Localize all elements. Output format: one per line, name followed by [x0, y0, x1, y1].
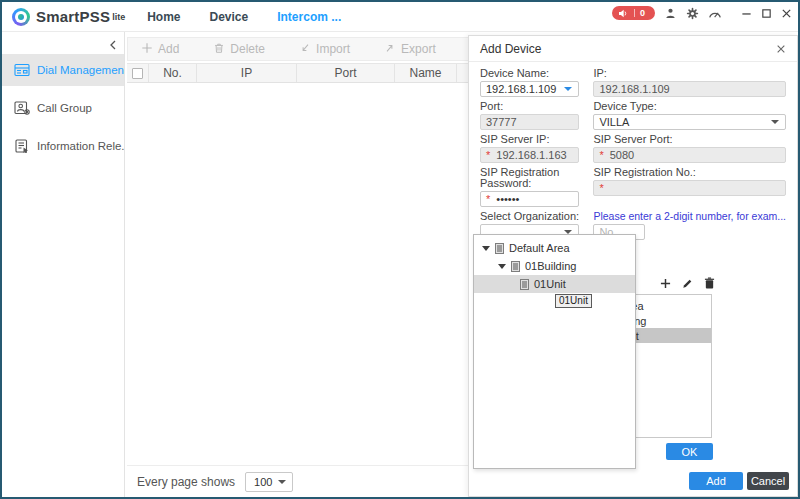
add-organization-icon[interactable]	[660, 275, 671, 293]
import-icon	[299, 42, 311, 57]
delete-button-label: Delete	[230, 42, 265, 56]
short-number-hint: Please enter a 2-digit number, for exam.…	[593, 211, 786, 222]
required-marker: *	[486, 193, 490, 205]
delete-button[interactable]: Delete	[213, 42, 265, 57]
device-form: Device Name: 192.168.1.109 IP: 192.168.1…	[469, 62, 797, 240]
column-no: No.	[149, 64, 197, 82]
badge-divider	[634, 9, 635, 17]
port-value: 37777	[486, 116, 517, 128]
gauge-icon[interactable]	[708, 8, 722, 19]
add-button[interactable]: Add	[141, 42, 179, 57]
close-window-icon[interactable]	[781, 8, 792, 19]
tab-home[interactable]: Home	[147, 10, 180, 24]
sidebar-item-call-group[interactable]: Call Group	[2, 92, 124, 124]
device-name-value: 192.168.1.109	[486, 83, 556, 95]
column-name: Name	[395, 64, 457, 82]
delete-organization-icon[interactable]	[704, 275, 715, 293]
sidebar-item-label: Dial Management	[37, 64, 124, 76]
page-size-select[interactable]: 100	[245, 472, 293, 492]
page-size-label: Every page shows	[137, 475, 235, 489]
device-type-combo[interactable]: VILLA	[593, 114, 786, 130]
export-button[interactable]: Export	[384, 42, 436, 57]
chevron-down-icon	[564, 87, 572, 91]
organization-actions	[660, 275, 715, 293]
port-field: Port: 37777	[480, 97, 579, 130]
dropdown-item-label: Default Area	[509, 242, 570, 254]
alarm-badge[interactable]: 0	[612, 6, 655, 20]
brand-edition: lite	[112, 12, 125, 22]
sidebar-item-dial-management[interactable]: Dial Management	[2, 54, 124, 86]
export-icon	[384, 42, 396, 57]
sidebar: Dial Management Call Group Information R…	[2, 32, 125, 497]
minimize-icon[interactable]	[741, 8, 752, 19]
sip-reg-no-field: SIP Registration No.: *	[593, 163, 786, 207]
add-device-panel: Add Device Device Name: 192.168.1.109 IP…	[468, 35, 798, 497]
required-marker: *	[486, 149, 490, 161]
port-input: 37777	[480, 114, 579, 130]
import-button[interactable]: Import	[299, 42, 350, 57]
sip-reg-password-field: SIP Registration Password: * ••••••	[480, 163, 579, 207]
alarm-count: 0	[640, 8, 645, 18]
required-marker: *	[599, 149, 603, 161]
tab-intercom[interactable]: Intercom ...	[277, 10, 341, 24]
sidebar-collapse-icon[interactable]	[109, 36, 117, 54]
expand-arrow-icon[interactable]	[498, 264, 506, 269]
sip-reg-password-value: ••••••	[496, 193, 519, 205]
call-group-icon	[14, 101, 30, 115]
panel-header: Add Device	[469, 36, 797, 62]
column-port: Port	[297, 64, 395, 82]
cancel-button[interactable]: Cancel	[747, 472, 789, 490]
ip-field: IP: 192.168.1.109	[593, 64, 786, 97]
chevron-down-icon	[771, 120, 779, 124]
titlebar: SmartPSS lite Home Device Intercom ... 0	[2, 2, 798, 32]
sip-server-port-label: SIP Server Port:	[593, 134, 786, 145]
sip-server-port-input: * 5080	[593, 147, 786, 163]
chevron-down-icon	[278, 480, 286, 484]
sip-server-port-value: 5080	[610, 149, 634, 161]
device-name-field: Device Name: 192.168.1.109	[480, 64, 579, 97]
device-type-label: Device Type:	[593, 101, 786, 112]
tab-device[interactable]: Device	[210, 10, 249, 24]
app-window: SmartPSS lite Home Device Intercom ... 0	[0, 0, 800, 499]
sip-reg-no-input: *	[593, 180, 786, 196]
maximize-icon[interactable]	[761, 8, 772, 19]
select-organization-label: Select Organization:	[480, 211, 579, 222]
gear-icon[interactable]	[686, 7, 699, 20]
import-button-label: Import	[316, 42, 350, 56]
device-name-combo[interactable]: 192.168.1.109	[480, 81, 579, 97]
sip-reg-password-input[interactable]: * ••••••	[480, 191, 579, 207]
ip-input: 192.168.1.109	[593, 81, 786, 97]
dropdown-item-01building[interactable]: 01Building	[474, 257, 635, 275]
add-device-confirm-button[interactable]: Add	[689, 472, 743, 490]
organization-dropdown: Default Area 01Building 01Unit	[473, 234, 636, 469]
close-panel-icon[interactable]	[776, 44, 786, 54]
ip-label: IP:	[593, 68, 786, 79]
user-icon[interactable]	[664, 7, 677, 20]
select-all-checkbox[interactable]	[127, 64, 149, 82]
sip-server-ip-value: 192.168.1.163	[496, 149, 566, 161]
edit-organization-icon[interactable]	[682, 275, 693, 293]
sidebar-item-label: Call Group	[37, 102, 92, 114]
port-label: Port:	[480, 101, 579, 112]
main-tabs: Home Device Intercom ...	[147, 10, 341, 24]
trash-icon	[213, 42, 225, 57]
expand-arrow-icon[interactable]	[482, 246, 490, 251]
column-ip: IP	[197, 64, 297, 82]
required-marker: *	[599, 182, 603, 194]
dropdown-item-default-area[interactable]: Default Area	[474, 239, 635, 257]
export-button-label: Export	[401, 42, 436, 56]
sip-server-ip-input: * 192.168.1.163	[480, 147, 579, 163]
ok-button[interactable]: OK	[666, 443, 713, 460]
sidebar-item-label: Information Rele...	[37, 140, 124, 152]
dropdown-item-01unit[interactable]: 01Unit	[474, 275, 635, 293]
sip-reg-password-label: SIP Registration Password:	[480, 167, 579, 189]
tooltip: 01Unit	[555, 294, 592, 308]
sip-server-ip-label: SIP Server IP:	[480, 134, 579, 145]
ip-value: 192.168.1.109	[599, 83, 669, 95]
building-icon	[511, 261, 520, 272]
titlebar-actions: 0	[612, 4, 792, 22]
sip-server-ip-field: SIP Server IP: * 192.168.1.163	[480, 130, 579, 163]
device-name-label: Device Name:	[480, 68, 579, 79]
panel-title: Add Device	[480, 42, 541, 56]
sidebar-item-information-release[interactable]: Information Rele...	[2, 130, 124, 162]
